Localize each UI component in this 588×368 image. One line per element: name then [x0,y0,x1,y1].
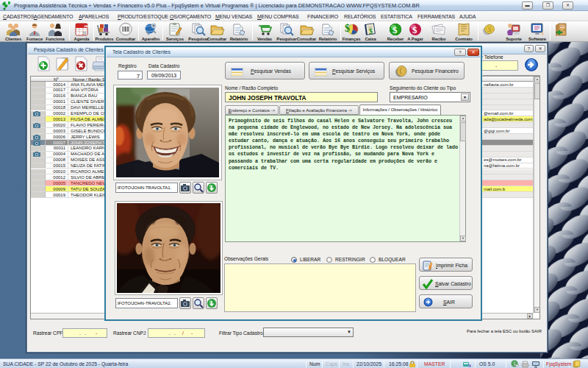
svg-text:$: $ [412,24,417,35]
svg-text:S: S [488,26,491,33]
svg-text:$: $ [392,24,398,35]
svg-text:$: $ [345,23,350,34]
svg-text:$: $ [369,27,373,35]
svg-text:EXIT: EXIT [560,25,565,28]
svg-text:JAN: JAN [84,24,90,28]
svg-text:29: 29 [82,32,87,35]
